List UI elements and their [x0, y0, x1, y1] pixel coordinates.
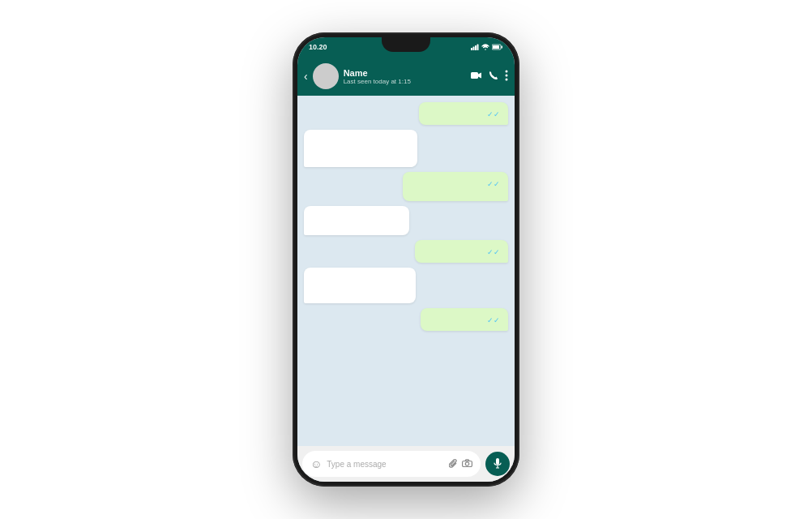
input-bar: ☺ Type a message [297, 446, 515, 482]
message-bubble-3: ✓✓ [403, 172, 508, 201]
svg-rect-2 [475, 45, 477, 50]
message-tick-5: ✓✓ [487, 248, 500, 256]
phone-body: 10.20 [293, 32, 519, 487]
svg-rect-7 [493, 45, 499, 49]
message-tick-7: ✓✓ [487, 316, 500, 324]
emoji-icon[interactable]: ☺ [310, 457, 322, 470]
phone-mockup: 10.20 [293, 32, 519, 487]
contact-name: Name [344, 68, 466, 78]
call-icon[interactable] [489, 71, 498, 83]
contact-info: Name Last seen today at 1:15 [344, 68, 466, 85]
message-bubble-1: ✓✓ [419, 102, 508, 125]
message-bubble-7: ✓✓ [421, 308, 508, 331]
attach-icon[interactable] [449, 458, 458, 470]
svg-rect-14 [496, 458, 499, 465]
message-bubble-4 [304, 206, 409, 235]
svg-point-11 [506, 78, 508, 80]
message-7: ✓✓ [421, 308, 508, 331]
svg-rect-6 [502, 46, 503, 49]
svg-point-10 [506, 74, 508, 76]
wifi-icon [481, 44, 489, 50]
video-call-icon[interactable] [471, 71, 482, 82]
svg-point-9 [506, 70, 508, 72]
signal-icon [471, 44, 479, 50]
message-5: ✓✓ [415, 240, 508, 263]
avatar [313, 63, 339, 89]
message-1: ✓✓ [419, 102, 508, 125]
message-4 [304, 206, 409, 235]
camera-icon[interactable] [462, 459, 472, 469]
mic-button[interactable] [485, 452, 510, 476]
svg-point-4 [485, 49, 486, 50]
message-bubble-2 [304, 130, 417, 167]
message-6 [304, 268, 416, 303]
chat-header: ‹ Name Last seen today at 1:15 [297, 57, 515, 96]
status-time: 10.20 [309, 43, 327, 51]
svg-rect-3 [477, 45, 479, 51]
battery-icon [492, 44, 503, 50]
svg-point-13 [465, 462, 468, 465]
contact-status: Last seen today at 1:15 [344, 78, 466, 85]
attach-icons [449, 458, 472, 470]
chat-area: ✓✓ ✓✓ [297, 96, 515, 446]
message-tick-3: ✓✓ [487, 180, 500, 188]
svg-rect-1 [473, 47, 475, 51]
header-actions [471, 70, 508, 84]
phone-screen: 10.20 [297, 37, 515, 482]
message-3: ✓✓ [403, 172, 508, 201]
status-icons [471, 44, 503, 50]
message-bubble-5: ✓✓ [415, 240, 508, 263]
menu-icon[interactable] [505, 70, 508, 84]
message-input-placeholder[interactable]: Type a message [327, 460, 444, 469]
message-tick-1: ✓✓ [487, 110, 500, 118]
svg-rect-8 [471, 72, 478, 79]
phone-notch [382, 37, 430, 52]
message-2 [304, 130, 417, 167]
back-button[interactable]: ‹ [304, 70, 308, 83]
svg-rect-0 [471, 48, 472, 50]
input-field-wrap[interactable]: ☺ Type a message [302, 451, 481, 477]
message-bubble-6 [304, 268, 416, 303]
